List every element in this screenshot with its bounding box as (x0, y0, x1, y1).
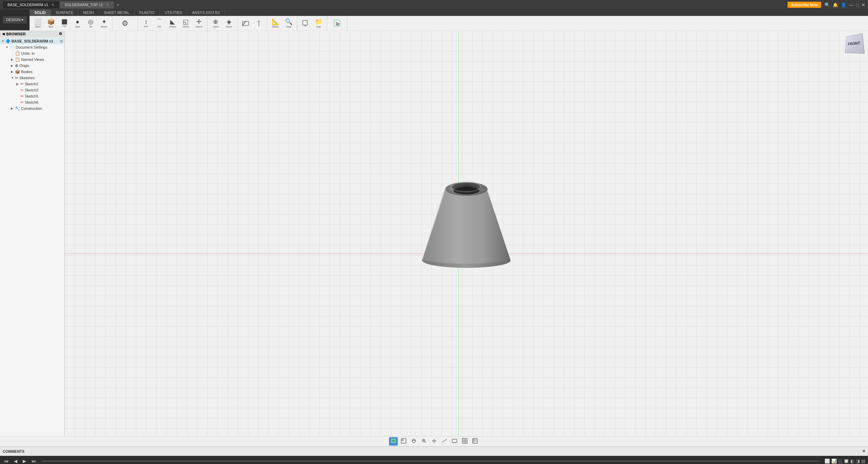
viewport-display-button[interactable] (450, 437, 459, 446)
insert-button[interactable] (299, 17, 312, 30)
comments-panel: COMMENTS ✕ (0, 446, 868, 456)
tab1-close-icon[interactable]: ✕ (51, 3, 54, 7)
inspect-more-button[interactable]: 🔍Insp (283, 17, 295, 30)
tree-item-sketch6[interactable]: ✏ Sketch6 (0, 99, 64, 105)
anim-tool-1[interactable]: ⬜ (825, 459, 830, 464)
display-mode-button[interactable] (399, 437, 408, 446)
orbit-button[interactable] (409, 437, 418, 446)
tab-sheet-metal[interactable]: SHEET METAL (99, 10, 135, 16)
design-area: DESIGN ▾ (0, 10, 30, 30)
title-right: Subscribe Now 🔍 🔔 👤 — □ ✕ (787, 2, 865, 8)
anim-tools: ⬜ 📊 ◱ 🔲 ◧ ◨ ▤ (825, 459, 865, 464)
anim-tool-3[interactable]: ◱ (838, 459, 842, 464)
svg-rect-0 (243, 21, 249, 25)
tree-item-sketch2[interactable]: ▶ ✏ Sketch2 (0, 81, 64, 87)
comments-close-icon[interactable]: ✕ (862, 449, 865, 453)
pan-button[interactable] (430, 437, 439, 446)
shell-button[interactable]: ◱Shell (180, 17, 192, 30)
anim-tool-4[interactable]: 🔲 (844, 459, 849, 464)
box-tool-button[interactable]: 📦Box (45, 17, 57, 30)
root-icon: 🔷 (5, 39, 11, 44)
model-display-button[interactable] (389, 437, 398, 446)
tree-item-sketch5[interactable]: ✏ Sketch5 (0, 93, 64, 99)
anim-slider[interactable] (42, 461, 820, 462)
import-button[interactable]: 📁Imp (313, 17, 325, 30)
measure-viewport-button[interactable] (440, 437, 449, 446)
tab-solid[interactable]: SOLID (30, 10, 51, 16)
fillet-button[interactable]: ⌒Fill (153, 17, 165, 30)
torus-tool-button[interactable]: ◎Tor (85, 17, 97, 30)
create-tools: ⬜New 📦Box ⬛Cyl ●Sph ◎Tor ✦More (32, 17, 110, 30)
design-dropdown-button[interactable]: DESIGN ▾ (3, 16, 27, 23)
minimize-button[interactable]: — (849, 2, 853, 7)
svg-rect-16 (402, 439, 404, 441)
tab-surface[interactable]: SURFACE (51, 10, 78, 16)
tab2-close-icon[interactable]: ✕ (106, 3, 109, 7)
comments-label: COMMENTS (3, 449, 24, 453)
move-button[interactable]: ✛Move (193, 17, 205, 30)
construct-plane-button[interactable] (240, 17, 252, 30)
notification-icon[interactable]: 🔔 (833, 2, 838, 7)
anim-first-button[interactable]: ⏮ (3, 458, 10, 464)
collapse-browser-icon[interactable]: ◀ (2, 32, 5, 36)
animation-bar: ⏮ ◀ ▶ ⏭ ⬜ 📊 ◱ 🔲 ◧ ◨ ▤ (0, 456, 868, 464)
maximize-button[interactable]: □ (856, 2, 859, 7)
tab-plastic[interactable]: PLASTIC (135, 10, 160, 16)
anim-prev-button[interactable]: ◀ (13, 458, 19, 464)
browser-settings-icon[interactable]: ⚙ (59, 32, 62, 36)
sphere-tool-button[interactable]: ●Sph (71, 17, 84, 30)
tree-item-sketches[interactable]: ▼ ✏ Sketches (0, 75, 64, 81)
construct-axis-button[interactable] (253, 17, 265, 30)
search-icon[interactable]: 🔍 (825, 2, 830, 7)
tree-item-root[interactable]: ▼ 🔷 BASE_SOLDERARM v1 ⚙ (0, 38, 64, 44)
anim-tool-7[interactable]: ▤ (861, 459, 865, 464)
create-more-button[interactable]: ✦More (98, 17, 110, 30)
anim-tool-5[interactable]: ◧ (850, 459, 854, 464)
window-close-button[interactable]: ✕ (862, 2, 865, 7)
zoom-button[interactable] (420, 437, 428, 446)
inspect-tools: 📐Meas 🔍Insp (269, 17, 295, 30)
add-tab-button[interactable]: + (114, 2, 121, 7)
joint-button[interactable]: ⊕Joint (210, 17, 222, 30)
anim-play-button[interactable]: ▶ (21, 458, 28, 464)
automate-button[interactable]: ⚙ (119, 17, 131, 30)
tree-item-sketch3[interactable]: ✏ Sketch3 (0, 87, 64, 93)
svg-line-22 (442, 440, 446, 442)
tab-utilities[interactable]: UTILITIES (160, 10, 187, 16)
units-icon: 📋 (15, 51, 20, 56)
press-pull-button[interactable]: ↕P/P (140, 17, 152, 30)
view-cube[interactable]: FRONT (844, 34, 863, 53)
tab-base-solderarm[interactable]: BASE_SOLDERARM v1 ✕ (3, 1, 59, 8)
window-controls: 🔍 🔔 👤 — □ ✕ (825, 2, 865, 7)
tree-item-units[interactable]: 📋 Units: in (0, 50, 64, 56)
tree-item-origin[interactable]: ▶ ⊕ Origin (0, 63, 64, 69)
tree-item-named-views[interactable]: ▶ 📋 Named Views (0, 56, 64, 63)
measure-button[interactable]: 📐Meas (269, 17, 282, 30)
chamfer-button[interactable]: ◣Cham (166, 17, 179, 30)
tab-ansys[interactable]: ANSYS 2023 R2 (187, 10, 225, 16)
tree-item-bodies[interactable]: ▶ 📦 Bodies (0, 69, 64, 75)
viewport[interactable]: FRONT (65, 31, 868, 436)
anim-tool-2[interactable]: 📊 (831, 459, 837, 464)
select-button[interactable] (331, 17, 343, 30)
tree-item-doc-settings[interactable]: ▼ 📄 Document Settings (0, 44, 64, 50)
browser-tree: ▼ 🔷 BASE_SOLDERARM v1 ⚙ ▼ 📄 Document Set… (0, 37, 64, 436)
view-cube-face[interactable]: FRONT (845, 33, 865, 54)
toolbar-section-tabs: SOLID SURFACE MESH SHEET METAL PLASTIC U… (30, 10, 868, 16)
assemble-more-button[interactable]: ◈More (223, 17, 235, 30)
anim-last-button[interactable]: ⏭ (30, 458, 37, 464)
tab-bar: BASE_SOLDERARM v1 ✕ SOLDERARM_TOP v1 ✕ + (3, 1, 121, 8)
root-gear-icon[interactable]: ⚙ (60, 39, 63, 43)
tab-solderarm-top[interactable]: SOLDERARM_TOP v1 ✕ (60, 1, 114, 8)
more-viewport-button[interactable] (471, 437, 479, 446)
cylinder-tool-button[interactable]: ⬛Cyl (58, 17, 70, 30)
subscribe-button[interactable]: Subscribe Now (787, 2, 821, 8)
svg-rect-7 (334, 20, 340, 26)
new-component-button[interactable]: ⬜New (32, 17, 44, 30)
anim-tool-6[interactable]: ◨ (856, 459, 860, 464)
user-icon[interactable]: 👤 (841, 2, 846, 7)
tree-item-construction[interactable]: ▶ 🔧 Construction (0, 105, 64, 111)
grid-toggle-button[interactable] (460, 437, 469, 446)
svg-rect-25 (452, 439, 457, 443)
tab-mesh[interactable]: MESH (78, 10, 99, 16)
